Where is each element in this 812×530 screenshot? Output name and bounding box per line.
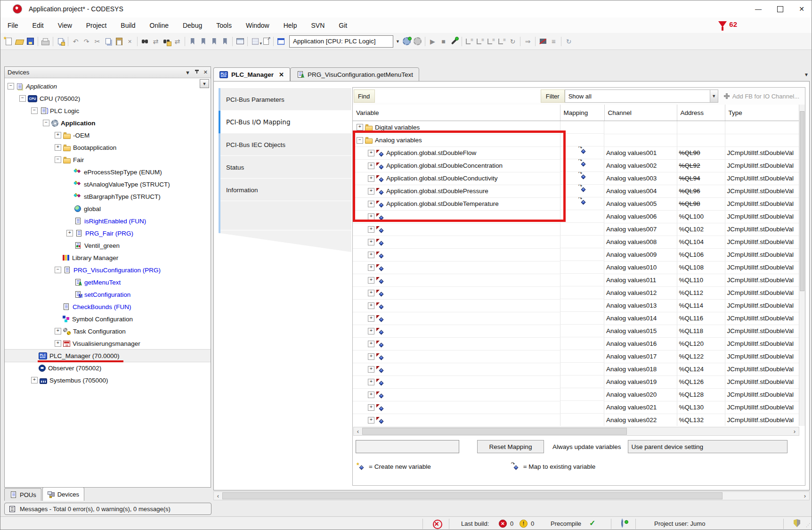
table-row[interactable]: +Analog values014%QL116JCmpUtilItf.stDou… — [353, 312, 799, 325]
expander[interactable]: − — [43, 120, 49, 126]
tab-list-dropdown-icon[interactable]: ▼ — [804, 72, 809, 77]
sync-icon[interactable] — [563, 36, 574, 47]
column-header[interactable]: Channel — [604, 105, 677, 121]
run-to-cursor-icon[interactable] — [496, 36, 507, 47]
menu-build[interactable]: Build — [114, 22, 142, 29]
table-vertical-scrollbar[interactable] — [799, 105, 805, 426]
expander[interactable]: + — [55, 144, 61, 151]
pin-icon[interactable] — [195, 70, 199, 75]
tree-item[interactable]: PLC_Manager (70.0000) — [5, 350, 211, 362]
replace-icon[interactable]: ⇄ — [150, 36, 161, 47]
tree-item[interactable]: getMenuText — [5, 276, 211, 288]
expander[interactable]: + — [368, 404, 374, 411]
flow-control-icon[interactable] — [537, 36, 548, 47]
save-icon[interactable] — [25, 36, 36, 47]
tree-item[interactable]: Observer (705002) — [5, 362, 211, 374]
update-setting-select[interactable]: Use parent device setting — [628, 440, 788, 453]
find-input[interactable] — [375, 90, 540, 103]
expander[interactable]: + — [55, 328, 61, 334]
tree-item[interactable]: −Application — [5, 117, 211, 129]
expander[interactable]: + — [368, 188, 374, 195]
tree-item[interactable]: −Application — [5, 80, 211, 92]
next-statement-icon[interactable]: ⇒ — [522, 36, 533, 47]
tree-item[interactable]: −PRG_VisuConfiguration (PRG) — [5, 264, 211, 276]
breakpoint-toggle-icon[interactable] — [449, 36, 460, 47]
tree-item[interactable]: CheckBounds (FUN) — [5, 301, 211, 313]
stop-icon[interactable]: ■ — [438, 36, 449, 47]
table-row[interactable]: +Analog values020%QL128JCmpUtilItf.stDou… — [353, 388, 799, 401]
expander[interactable]: + — [368, 163, 374, 169]
tree-item[interactable]: global — [5, 203, 211, 215]
table-row[interactable]: +Analog values016%QL120JCmpUtilItf.stDou… — [353, 337, 799, 350]
expander[interactable]: + — [368, 201, 374, 207]
replace-objects-icon[interactable]: ⇄ — [172, 36, 183, 47]
expander[interactable]: + — [368, 175, 374, 182]
application-dropdown-icon[interactable]: ▼ — [394, 36, 401, 47]
table-row[interactable]: +Analog values022%QL132JCmpUtilItf.stDou… — [353, 414, 799, 426]
tab-pci-bus-io-mapping[interactable]: PCI-Bus I/O Mapping — [219, 111, 351, 133]
cut-icon[interactable]: ✂ — [92, 36, 103, 47]
expander[interactable]: + — [368, 315, 374, 322]
table-horizontal-scrollbar[interactable]: ‹ › — [353, 427, 799, 436]
tab-pous[interactable]: POUs — [4, 488, 41, 501]
menu-window[interactable]: Window — [239, 22, 276, 29]
scroll-right-icon[interactable]: › — [801, 492, 809, 499]
table-row[interactable]: +Application.global.stDoubleConductivity… — [353, 172, 799, 185]
menu-svn[interactable]: SVN — [304, 22, 332, 29]
menu-debug[interactable]: Debug — [176, 22, 209, 29]
panel-close-icon[interactable]: ✕ — [203, 69, 208, 75]
table-row[interactable]: +Analog values007%QL102JCmpUtilItf.stDou… — [353, 223, 799, 236]
scroll-left-icon[interactable]: ‹ — [354, 428, 362, 435]
tree-item[interactable]: isRightEnabled (FUN) — [5, 215, 211, 227]
tree-item[interactable]: Symbol Configuration — [5, 313, 211, 325]
filter-select[interactable]: Show all — [565, 90, 710, 103]
expander[interactable]: + — [368, 252, 374, 258]
table-row[interactable]: +Analog values009%QL106JCmpUtilItf.stDou… — [353, 248, 799, 261]
expander[interactable]: + — [368, 290, 374, 296]
tree-item[interactable]: +Visualisierungsmanager — [5, 337, 211, 350]
add-fb-button[interactable]: Add FB for IO Channel... — [718, 89, 805, 103]
bookmark-next-icon[interactable] — [209, 36, 219, 47]
tab-information[interactable]: Information — [219, 179, 351, 201]
tab-close-icon[interactable]: ✕ — [279, 71, 284, 78]
menu-online[interactable]: Online — [143, 22, 176, 29]
table-row[interactable]: +Analog values015%QL118JCmpUtilItf.stDou… — [353, 325, 799, 337]
column-header[interactable]: Mapping — [560, 105, 604, 121]
find-objects-icon[interactable] — [161, 36, 172, 47]
properties-icon[interactable] — [235, 36, 245, 47]
bookmark-clear-icon[interactable] — [219, 36, 230, 47]
expander[interactable]: + — [55, 340, 61, 347]
library-icon[interactable] — [276, 36, 286, 47]
table-row[interactable]: +Digital variables — [353, 121, 799, 134]
table-row[interactable]: +Analog values013%QL114JCmpUtilItf.stDou… — [353, 299, 799, 312]
tree-item[interactable]: +Task Configuration — [5, 325, 211, 337]
start-icon[interactable]: ▶ — [427, 36, 438, 47]
notification-badge[interactable]: 62 — [718, 20, 737, 28]
tree-item[interactable]: +-OEM — [5, 129, 211, 141]
expander[interactable]: + — [368, 277, 374, 284]
table-row[interactable]: +Application.global.stDoubleConcentratio… — [353, 159, 799, 172]
paste-icon[interactable] — [114, 36, 124, 47]
expander[interactable]: − — [55, 267, 61, 273]
tab-pci-bus-parameters[interactable]: PCI-Bus Parameters — [219, 88, 351, 111]
expander[interactable]: + — [368, 226, 374, 233]
scroll-thumb[interactable] — [362, 428, 627, 435]
expander[interactable]: + — [368, 417, 374, 424]
expander[interactable]: + — [368, 341, 374, 347]
expander[interactable]: + — [368, 366, 374, 373]
menu-edit[interactable]: Edit — [25, 22, 51, 29]
expander[interactable]: + — [368, 353, 374, 360]
tree-item[interactable]: −Fair — [5, 154, 211, 166]
menu-file[interactable]: File — [0, 22, 25, 29]
scroll-right-icon[interactable]: › — [790, 428, 799, 435]
scroll-left-icon[interactable]: ‹ — [214, 492, 222, 499]
menu-view[interactable]: View — [51, 22, 79, 29]
export-icon[interactable] — [260, 36, 271, 47]
expander[interactable]: + — [368, 264, 374, 271]
step-into-icon[interactable] — [475, 36, 486, 47]
close-button[interactable]: ✕ — [791, 0, 812, 17]
table-row[interactable]: +Application.global.stDoubleFlowAnalog v… — [353, 147, 799, 159]
menu-project[interactable]: Project — [79, 22, 114, 29]
new-file-icon[interactable] — [3, 36, 14, 47]
column-header[interactable]: Type — [725, 105, 799, 121]
